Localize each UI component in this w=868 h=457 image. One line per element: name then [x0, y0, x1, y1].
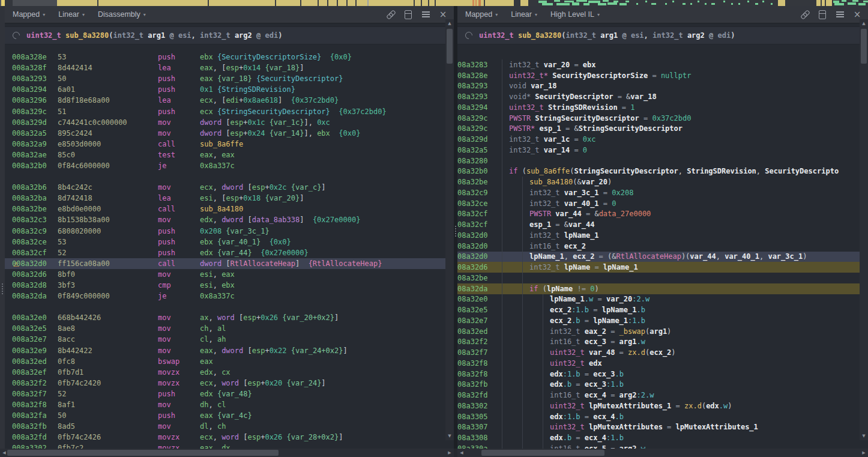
hlil-line[interactable]: 08a3302uint32_t lpMutexAttributes_1 = zx… [457, 401, 860, 411]
hlil-pane-menu-linear[interactable]: Linear▾ [511, 10, 537, 19]
left-splitter-grip[interactable] [2, 283, 3, 285]
disasm-line[interactable]: 008a32a5895c2424movdword [esp+0x24 {var_… [5, 128, 445, 139]
hlil-line[interactable]: 08a329cPWSTR StringSecurityDescriptor = … [457, 113, 860, 124]
hlil-line[interactable]: 08a328euint32_t* SecurityDescriptorSize … [457, 70, 860, 81]
disasm-line[interactable]: 008a32c96808020000push0x208 {var_3c_1} [5, 226, 445, 237]
disasm-line[interactable]: 008a32c38b1538b38a00movedx, dword [data_… [5, 214, 445, 225]
disasm-line[interactable]: 008a32d83bf3cmpesi, ebx [5, 280, 445, 291]
hlil-pane-menu-high-level-il[interactable]: High Level IL▾ [550, 10, 600, 19]
function-signature-bar[interactable]: uint32_t sub_8a3280(int32_t arg1 @ esi, … [5, 26, 445, 44]
icon-button[interactable] [800, 10, 810, 19]
disassembly-pane-vertical-scrollbar[interactable]: ▲▼ [445, 19, 454, 440]
disassembly-pane-menu-mapped[interactable]: Mapped▾ [13, 10, 45, 19]
hlil-line[interactable]: 08a32d0int16_t ecx_2 [457, 241, 860, 252]
disasm-line[interactable]: 008a328f8d442414leaeax, [esp+0x14 {var_1… [5, 62, 445, 73]
disasm-line[interactable]: 008a32ae85c0testeax, eax [5, 150, 445, 160]
hlil-line[interactable]: 08a32f7uint32_t var_48 = zx.d(ecx_2) [457, 347, 860, 358]
hlil-pane-vertical-scrollbar[interactable]: ▲▼ [860, 19, 868, 440]
disasm-line[interactable]: 008a32a9e8503d0000callsub_8a6ffe [5, 139, 445, 150]
hlil-line[interactable]: 08a3293void var_18 [457, 81, 860, 92]
hlil-line[interactable]: 08a32d0int32_t lpName_1 [457, 230, 860, 241]
hlil-line[interactable]: 08a32f2int16_t ecx_3 = arg1.w [457, 337, 860, 348]
hlil-hscroll-handle[interactable] [481, 450, 604, 456]
hlil-line[interactable]: 08a32c9int32_t var_3c_1 = 0x208 [457, 187, 860, 198]
icon-button[interactable]: × [852, 10, 862, 19]
disasm-line[interactable]: 008a329350pusheax {var_18} {SecurityDesc… [5, 73, 445, 84]
hlil-line[interactable]: 08a32f8uint32_t edx [457, 358, 860, 369]
disasm-line[interactable]: 008a32fb8ad5movdl, ch [5, 421, 445, 432]
hlil-pane-horizontal-scrollbar[interactable]: ◀▶ [457, 449, 868, 457]
hlil-line[interactable]: 08a32f8edx:1.b = ecx_3.b [457, 369, 860, 380]
disasm-line[interactable]: 008a32d68bf0movesi, eax [5, 269, 445, 280]
hlil-line[interactable]: 08a3308edx.b = ecx_4:1.b [457, 432, 860, 443]
disasm-line[interactable]: 008a32f20fb74c2420movzxecx, word [esp+0x… [5, 378, 445, 389]
disasm-line[interactable]: 008a32ef0fb7d1movzxedx, cx [5, 367, 445, 378]
hlil-line[interactable]: 08a32edint32_t eax_2 = _bswap(arg1) [457, 326, 860, 337]
disasm-line[interactable]: 008a32b68b4c242cmovecx, dword [esp+0x2c … [5, 182, 445, 193]
disassembly-pane-vscroll-handle[interactable] [447, 29, 453, 64]
hlil-line[interactable]: 08a329dint32_t var_1c = 0xc [457, 134, 860, 145]
scroll-left-arrow[interactable]: ◀ [457, 449, 466, 457]
function-signature-bar[interactable]: uint32_t sub_8a3280(int32_t arg1 @ esi, … [457, 26, 860, 44]
hlil-line[interactable]: 08a32besub_8a4180(&var_20) [457, 177, 860, 187]
hlil-line[interactable]: 08a32cfPWSTR var_44 = &data_27e0000 [457, 209, 860, 220]
disasm-line[interactable]: 008a32da0f849c000000je0x8a337c [5, 291, 445, 301]
disasm-line[interactable]: 008a32e78accmovcl, ah [5, 334, 445, 345]
hlil-pane-vscroll-handle[interactable] [861, 29, 867, 64]
icon-button[interactable] [403, 10, 413, 19]
disassembly-pane-menu-linear[interactable]: Linear▾ [58, 10, 85, 19]
hlil-line[interactable]: 08a32e0lpName_1.w = var_20:2.w [457, 294, 860, 305]
disasm-line[interactable]: 008a32ed0fc8bswapeax [5, 356, 445, 367]
hlil-line[interactable]: 08a32d6int32_t lpName = lpName_1 [457, 262, 860, 273]
disasm-line[interactable]: 008a32e0668b442426movax, word [esp+0x26 … [5, 312, 445, 323]
disasm-line[interactable]: 008a32f752pushedx {var_48} [5, 389, 445, 399]
hlil-line[interactable]: 08a32ceint32_t var_40_1 = 0 [457, 198, 860, 209]
hlil-line[interactable]: 08a32daif (lpName != 0) [457, 283, 860, 294]
hlil-line[interactable]: 08a3293void* SecurityDescriptor = &var_1… [457, 91, 860, 102]
hlil-line[interactable]: 08a329cPWSTR* esp_1 = &StringSecurityDes… [457, 124, 860, 135]
disasm-line[interactable]: 008a32e58ae8movch, al [5, 323, 445, 334]
hlil-pane-menu-mapped[interactable]: Mapped▾ [465, 10, 498, 19]
reanalyze-icon[interactable] [11, 31, 22, 41]
disasm-line[interactable]: 008a329c51pushecx {StringSecurityDescrip… [5, 106, 445, 117]
pane-splitter-grip[interactable] [455, 226, 456, 227]
disasm-line[interactable]: 008a32f88af1movdh, cl [5, 399, 445, 410]
hlil-line[interactable]: 08a3305edx:1.b = ecx_4.b [457, 411, 860, 422]
hlil-line[interactable]: 08a32fdint16_t ecx_4 = arg2:2.w [457, 390, 860, 401]
hlil-line[interactable]: 08a3280 [457, 156, 860, 166]
scroll-up-arrow[interactable]: ▲ [445, 19, 454, 28]
disasm-line[interactable]: 008a32ba8d742418leaesi, [esp+0x18 {var_2… [5, 193, 445, 204]
icon-button[interactable] [421, 10, 430, 19]
disasm-line[interactable]: 008a32fa50pusheax {var_4c} [5, 410, 445, 421]
scroll-right-arrow[interactable]: ▶ [860, 449, 868, 457]
disasm-line[interactable]: 008a32946a01push0x1 {StringSDRevision} [5, 84, 445, 95]
hlil-line[interactable]: 08a32e7ecx_2.b = lpName_1:1.b [457, 315, 860, 326]
hlil-line[interactable]: 08a3307uint32_t lpMutexAttributes = lpMu… [457, 422, 860, 433]
disasm-line[interactable]: 008a32cf52pushedx {var_44} {0x27e0000} [5, 247, 445, 258]
scroll-down-arrow[interactable]: ▼ [445, 432, 454, 440]
disasm-line[interactable]: 008a32ce53pushebx {var_40_1} {0x0} [5, 237, 445, 247]
disasm-line[interactable]: 008a32968d8f18e68a00leaecx, [edi+0x8ae61… [5, 95, 445, 106]
hlil-line[interactable]: 08a32e5ecx_2:1.b = lpName_1.b [457, 304, 860, 315]
disasm-line[interactable]: 008a329dc744241c0c000000movdword [esp+0x… [5, 117, 445, 128]
hlil-line[interactable]: 08a32a5int32_t var_14 = 0 [457, 145, 860, 156]
disasm-line[interactable]: 008a32fd0fb74c2426movzxecx, word [esp+0x… [5, 432, 445, 443]
disasm-line[interactable]: 008a32bee8bd0e0000callsub_8a4180 [5, 204, 445, 214]
scroll-up-arrow[interactable]: ▲ [860, 19, 868, 28]
disasm-line[interactable]: 008a32e98b442422moveax, dword [esp+0x22 … [5, 345, 445, 356]
reanalyze-icon[interactable] [464, 31, 474, 41]
hlil-line[interactable]: 08a32d0lpName_1, ecx_2 = (&RtlAllocateHe… [457, 252, 860, 262]
scroll-down-arrow[interactable]: ▼ [860, 432, 868, 440]
hlil-line[interactable]: 08a3294uint32_t StringSDRevision = 1 [457, 102, 860, 113]
icon-button[interactable] [835, 10, 845, 19]
feature-map[interactable] [0, 0, 868, 6]
icon-button[interactable] [818, 10, 827, 19]
disassembly-pane-menu-disassembly[interactable]: Disassembly▾ [98, 10, 146, 19]
disasm-line[interactable]: 008a328e53pushebx {SecurityDescriptorSiz… [5, 52, 445, 62]
disassembly-pane-horizontal-scrollbar[interactable]: ◀▶ [0, 449, 454, 457]
hlil-line[interactable]: 08a32fbedx.b = ecx_3:1.b [457, 380, 860, 390]
disasm-line[interactable]: ⚠008a32d0ff156ca08a00calldword [RtlAlloc… [5, 258, 445, 269]
disassembly-hscroll-handle[interactable] [7, 450, 279, 456]
scroll-right-arrow[interactable]: ▶ [445, 449, 454, 457]
hlil-line[interactable]: 08a32be [457, 273, 860, 283]
